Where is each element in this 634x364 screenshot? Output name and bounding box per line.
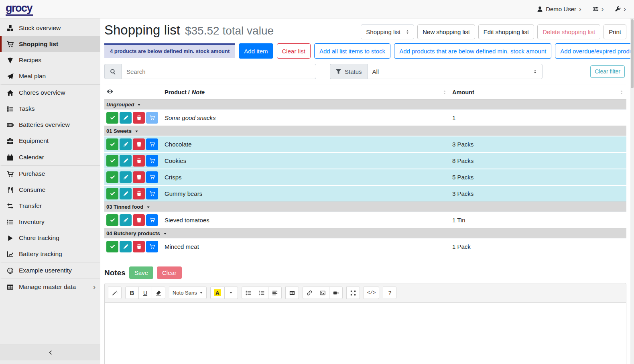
paragraph-align-button[interactable] (268, 287, 282, 299)
sidebar-item-shopping-list[interactable]: Shopping list (0, 36, 100, 52)
sidebar-item-chores-overview[interactable]: Chores overview (0, 84, 100, 101)
sidebar-item-manage-master-data[interactable]: Manage master data› (0, 279, 100, 295)
insert-video-button[interactable] (329, 287, 343, 299)
sidebar-item-tasks[interactable]: Tasks (0, 101, 100, 117)
sidebar-item-label: Chores overview (19, 88, 65, 98)
sidebar-item-calendar[interactable]: Calendar (0, 149, 100, 165)
cart-icon (150, 175, 155, 180)
group-header[interactable]: Ungrouped (104, 99, 626, 109)
row-delete-button[interactable] (133, 112, 145, 124)
scrollbar-thumb[interactable] (631, 19, 634, 88)
app-logo[interactable]: grocy (6, 3, 33, 16)
highlight-color-button[interactable]: A (210, 287, 225, 299)
row-delete-button[interactable] (133, 138, 145, 150)
notes-clear-button[interactable]: Clear (157, 266, 182, 279)
row-edit-button[interactable] (120, 112, 132, 124)
add-all-to-stock-button[interactable]: Add all list items to stock (314, 43, 390, 59)
bold-button[interactable]: B (125, 287, 139, 299)
edit-icon (123, 218, 128, 223)
edit-shopping-list-button[interactable]: Edit shopping list (478, 24, 534, 39)
sidebar-item-meal-plan[interactable]: Meal plan (0, 68, 100, 84)
code-view-button[interactable]: </> (364, 287, 380, 299)
status-select[interactable]: All (367, 64, 543, 79)
sidebar-item-example-userentity[interactable]: Example userentity (0, 262, 100, 279)
row-edit-button[interactable] (120, 241, 132, 252)
row-add-to-stock-button[interactable] (146, 214, 158, 226)
row-actions (104, 138, 165, 150)
add-item-button[interactable]: Add item (239, 43, 273, 59)
underline-button[interactable]: U (138, 287, 152, 299)
sliders-icon (593, 6, 599, 12)
insert-link-button[interactable] (303, 287, 316, 299)
shopping-list-select[interactable]: Shopping list (361, 24, 414, 39)
row-add-to-stock-button[interactable] (146, 241, 158, 252)
sort-icon[interactable] (619, 90, 624, 95)
column-header-product[interactable]: Product /Note (165, 89, 451, 96)
sidebar-item-stock-overview[interactable]: Stock overview (0, 20, 100, 36)
fullscreen-button[interactable] (346, 287, 360, 299)
ordered-list-button[interactable] (255, 287, 268, 299)
row-done-button[interactable] (106, 188, 118, 199)
notes-editor-body[interactable] (105, 303, 626, 364)
sidebar-item-inventory[interactable]: Inventory (0, 214, 100, 230)
row-delete-button[interactable] (133, 214, 145, 226)
row-edit-button[interactable] (120, 155, 132, 167)
sidebar-item-equipment[interactable]: Equipment (0, 133, 100, 149)
sidebar-item-consume[interactable]: Consume (0, 182, 100, 198)
print-button[interactable]: Print (604, 24, 626, 39)
row-done-button[interactable] (106, 171, 118, 183)
row-done-button[interactable] (106, 138, 118, 150)
sort-icon[interactable] (442, 90, 447, 95)
new-shopping-list-button[interactable]: New shopping list (417, 24, 475, 39)
sidebar-item-transfer[interactable]: Transfer (0, 198, 100, 214)
highlight-color-dropdown[interactable] (224, 287, 238, 299)
sidebar-item-chore-tracking[interactable]: Chore tracking (0, 230, 100, 246)
font-family-dropdown[interactable]: Noto Sans (169, 287, 207, 299)
notes-save-button[interactable]: Save (129, 266, 153, 279)
row-edit-button[interactable] (120, 214, 132, 226)
column-header-amount[interactable]: Amount (451, 89, 626, 96)
admin-tools-menu[interactable]: › (615, 6, 626, 12)
sidebar-item-label: Batteries overview (19, 120, 70, 130)
sidebar-collapse-button[interactable] (0, 344, 100, 360)
row-delete-button[interactable] (133, 155, 145, 167)
sidebar-item-recipes[interactable]: Recipes (0, 52, 100, 68)
search-input[interactable] (121, 64, 316, 79)
editor-help-button[interactable]: ? (383, 287, 396, 299)
row-add-to-stock-button[interactable] (146, 155, 158, 167)
unordered-list-button[interactable] (242, 287, 255, 299)
page-titles: Shopping list $35.52 total value (104, 22, 274, 38)
clear-formatting-button[interactable] (152, 287, 165, 299)
delete-shopping-list-button[interactable]: Delete shopping list (537, 24, 600, 39)
row-done-button[interactable] (106, 112, 118, 124)
clear-list-button[interactable]: Clear list (277, 43, 311, 59)
group-header[interactable]: 03 Tinned food (104, 201, 626, 211)
row-done-button[interactable] (106, 241, 118, 252)
row-add-to-stock-button[interactable] (146, 138, 158, 150)
sidebar-item-purchase[interactable]: Purchase (0, 165, 100, 182)
settings-menu[interactable]: › (593, 6, 604, 12)
row-edit-button[interactable] (120, 138, 132, 150)
row-delete-button[interactable] (133, 171, 145, 183)
group-header[interactable]: 01 Sweets (104, 126, 626, 136)
row-add-to-stock-button[interactable] (146, 171, 158, 183)
user-menu[interactable]: Demo User › (537, 6, 581, 12)
row-delete-button[interactable] (133, 188, 145, 199)
group-header[interactable]: 04 Butchery products (104, 228, 626, 238)
magic-style-button[interactable] (108, 287, 122, 299)
row-edit-button[interactable] (120, 171, 132, 183)
row-delete-button[interactable] (133, 241, 145, 252)
insert-picture-button[interactable] (316, 287, 329, 299)
clear-filter-button[interactable]: Clear filter (590, 65, 625, 78)
sidebar-item-battery-tracking[interactable]: Battery tracking (0, 246, 100, 262)
row-edit-button[interactable] (120, 188, 132, 199)
row-add-to-stock-button[interactable] (146, 112, 158, 124)
sidebar-item-batteries-overview[interactable]: Batteries overview (0, 117, 100, 133)
row-done-button[interactable] (106, 155, 118, 167)
insert-table-button[interactable] (285, 287, 299, 299)
row-done-button[interactable] (106, 214, 118, 226)
add-overdue-button[interactable]: Add overdue/expired products (555, 43, 630, 59)
row-add-to-stock-button[interactable] (146, 188, 158, 199)
add-below-min-button[interactable]: Add products that are below defined min.… (394, 43, 551, 59)
cart-icon (150, 244, 155, 249)
